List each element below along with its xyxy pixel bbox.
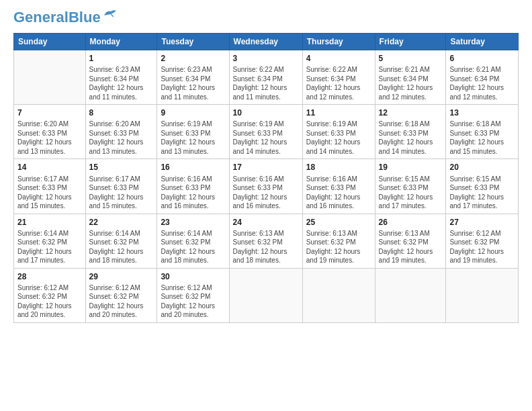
day-number: 24	[233, 217, 299, 228]
day-number: 8	[89, 107, 154, 118]
day-info: Sunrise: 6:12 AM Sunset: 6:32 PM Dayligh…	[449, 229, 515, 265]
calendar-header-friday: Friday	[375, 34, 446, 50]
calendar-cell: 25Sunrise: 6:13 AM Sunset: 6:32 PM Dayli…	[302, 214, 375, 268]
day-info: Sunrise: 6:16 AM Sunset: 6:33 PM Dayligh…	[233, 175, 299, 211]
calendar-cell: 14Sunrise: 6:17 AM Sunset: 6:33 PM Dayli…	[14, 159, 86, 214]
logo: GeneralBlue	[13, 10, 118, 25]
day-number: 7	[17, 107, 82, 118]
day-info: Sunrise: 6:15 AM Sunset: 6:33 PM Dayligh…	[379, 175, 443, 211]
day-info: Sunrise: 6:13 AM Sunset: 6:32 PM Dayligh…	[306, 229, 371, 265]
logo-general: General	[13, 9, 69, 26]
calendar-table: SundayMondayTuesdayWednesdayThursdayFrid…	[13, 33, 519, 323]
day-info: Sunrise: 6:23 AM Sunset: 6:34 PM Dayligh…	[89, 65, 154, 101]
logo-bird-icon	[103, 9, 118, 21]
calendar-cell: 11Sunrise: 6:19 AM Sunset: 6:33 PM Dayli…	[302, 105, 375, 159]
calendar-header-saturday: Saturday	[446, 34, 519, 50]
calendar-cell: 6Sunrise: 6:21 AM Sunset: 6:34 PM Daylig…	[446, 50, 519, 105]
day-number: 28	[17, 271, 82, 282]
calendar-cell: 23Sunrise: 6:14 AM Sunset: 6:32 PM Dayli…	[157, 214, 229, 268]
day-number: 12	[379, 107, 443, 118]
calendar-cell: 12Sunrise: 6:18 AM Sunset: 6:33 PM Dayli…	[375, 105, 446, 159]
day-number: 2	[161, 53, 225, 64]
calendar-cell: 4Sunrise: 6:22 AM Sunset: 6:34 PM Daylig…	[302, 50, 375, 105]
day-number: 5	[379, 53, 443, 64]
day-number: 10	[233, 107, 299, 118]
day-number: 20	[449, 162, 515, 173]
calendar-cell: 15Sunrise: 6:17 AM Sunset: 6:33 PM Dayli…	[85, 159, 157, 214]
day-info: Sunrise: 6:14 AM Sunset: 6:32 PM Dayligh…	[17, 229, 82, 265]
day-info: Sunrise: 6:21 AM Sunset: 6:34 PM Dayligh…	[379, 65, 443, 101]
calendar-cell: 21Sunrise: 6:14 AM Sunset: 6:32 PM Dayli…	[14, 214, 86, 268]
day-number: 29	[89, 271, 154, 282]
day-number: 6	[449, 53, 515, 64]
calendar-cell: 7Sunrise: 6:20 AM Sunset: 6:33 PM Daylig…	[14, 105, 86, 159]
calendar-week-row: 28Sunrise: 6:12 AM Sunset: 6:32 PM Dayli…	[14, 268, 519, 322]
day-number: 13	[449, 107, 515, 118]
calendar-cell: 1Sunrise: 6:23 AM Sunset: 6:34 PM Daylig…	[85, 50, 157, 105]
calendar-cell	[446, 268, 519, 322]
calendar-cell	[302, 268, 375, 322]
day-info: Sunrise: 6:17 AM Sunset: 6:33 PM Dayligh…	[17, 175, 82, 211]
calendar-cell: 30Sunrise: 6:12 AM Sunset: 6:32 PM Dayli…	[157, 268, 229, 322]
day-info: Sunrise: 6:20 AM Sunset: 6:33 PM Dayligh…	[89, 120, 154, 156]
day-number: 27	[449, 217, 515, 228]
calendar-cell: 26Sunrise: 6:13 AM Sunset: 6:32 PM Dayli…	[375, 214, 446, 268]
day-info: Sunrise: 6:12 AM Sunset: 6:32 PM Dayligh…	[89, 283, 154, 320]
logo-blue: Blue	[69, 9, 101, 26]
day-info: Sunrise: 6:22 AM Sunset: 6:34 PM Dayligh…	[306, 65, 371, 101]
day-info: Sunrise: 6:19 AM Sunset: 6:33 PM Dayligh…	[161, 120, 225, 156]
calendar-header-row: SundayMondayTuesdayWednesdayThursdayFrid…	[14, 34, 519, 50]
calendar-cell: 20Sunrise: 6:15 AM Sunset: 6:33 PM Dayli…	[446, 159, 519, 214]
calendar-week-row: 7Sunrise: 6:20 AM Sunset: 6:33 PM Daylig…	[14, 105, 519, 159]
calendar-cell: 19Sunrise: 6:15 AM Sunset: 6:33 PM Dayli…	[375, 159, 446, 214]
day-number: 11	[306, 107, 371, 118]
header: GeneralBlue	[13, 10, 519, 25]
day-info: Sunrise: 6:15 AM Sunset: 6:33 PM Dayligh…	[449, 175, 515, 211]
day-number: 21	[17, 217, 82, 228]
calendar-cell: 9Sunrise: 6:19 AM Sunset: 6:33 PM Daylig…	[157, 105, 229, 159]
day-info: Sunrise: 6:20 AM Sunset: 6:33 PM Dayligh…	[17, 120, 82, 156]
page: GeneralBlue SundayMondayTuesdayWednesday…	[0, 0, 532, 411]
day-number: 23	[161, 217, 225, 228]
calendar-header-thursday: Thursday	[302, 34, 375, 50]
day-info: Sunrise: 6:14 AM Sunset: 6:32 PM Dayligh…	[161, 229, 225, 265]
calendar-header-monday: Monday	[85, 34, 157, 50]
day-info: Sunrise: 6:13 AM Sunset: 6:32 PM Dayligh…	[233, 229, 299, 265]
day-info: Sunrise: 6:18 AM Sunset: 6:33 PM Dayligh…	[449, 120, 515, 156]
day-info: Sunrise: 6:19 AM Sunset: 6:33 PM Dayligh…	[233, 120, 299, 156]
day-info: Sunrise: 6:12 AM Sunset: 6:32 PM Dayligh…	[161, 283, 225, 320]
calendar-cell: 5Sunrise: 6:21 AM Sunset: 6:34 PM Daylig…	[375, 50, 446, 105]
calendar-header-wednesday: Wednesday	[229, 34, 302, 50]
day-number: 30	[161, 271, 225, 282]
day-number: 14	[17, 162, 82, 173]
calendar-cell: 18Sunrise: 6:16 AM Sunset: 6:33 PM Dayli…	[302, 159, 375, 214]
calendar-cell: 16Sunrise: 6:16 AM Sunset: 6:33 PM Dayli…	[157, 159, 229, 214]
day-info: Sunrise: 6:23 AM Sunset: 6:34 PM Dayligh…	[161, 65, 225, 101]
calendar-week-row: 21Sunrise: 6:14 AM Sunset: 6:32 PM Dayli…	[14, 214, 519, 268]
calendar-cell: 17Sunrise: 6:16 AM Sunset: 6:33 PM Dayli…	[229, 159, 302, 214]
calendar-cell: 3Sunrise: 6:22 AM Sunset: 6:34 PM Daylig…	[229, 50, 302, 105]
calendar-week-row: 14Sunrise: 6:17 AM Sunset: 6:33 PM Dayli…	[14, 159, 519, 214]
calendar-cell: 13Sunrise: 6:18 AM Sunset: 6:33 PM Dayli…	[446, 105, 519, 159]
calendar-header-tuesday: Tuesday	[157, 34, 229, 50]
day-number: 4	[306, 53, 371, 64]
calendar-header-sunday: Sunday	[14, 34, 86, 50]
day-number: 26	[379, 217, 443, 228]
calendar-cell	[14, 50, 86, 105]
day-number: 1	[89, 53, 154, 64]
day-info: Sunrise: 6:13 AM Sunset: 6:32 PM Dayligh…	[379, 229, 443, 265]
day-info: Sunrise: 6:12 AM Sunset: 6:32 PM Dayligh…	[17, 283, 82, 320]
day-number: 9	[161, 107, 225, 118]
logo-text: GeneralBlue	[13, 10, 101, 25]
day-info: Sunrise: 6:19 AM Sunset: 6:33 PM Dayligh…	[306, 120, 371, 156]
day-number: 22	[89, 217, 154, 228]
calendar-cell: 29Sunrise: 6:12 AM Sunset: 6:32 PM Dayli…	[85, 268, 157, 322]
day-info: Sunrise: 6:21 AM Sunset: 6:34 PM Dayligh…	[449, 65, 515, 101]
day-info: Sunrise: 6:18 AM Sunset: 6:33 PM Dayligh…	[379, 120, 443, 156]
calendar-cell: 2Sunrise: 6:23 AM Sunset: 6:34 PM Daylig…	[157, 50, 229, 105]
calendar-cell: 10Sunrise: 6:19 AM Sunset: 6:33 PM Dayli…	[229, 105, 302, 159]
day-number: 15	[89, 162, 154, 173]
calendar-cell: 8Sunrise: 6:20 AM Sunset: 6:33 PM Daylig…	[85, 105, 157, 159]
calendar-cell: 24Sunrise: 6:13 AM Sunset: 6:32 PM Dayli…	[229, 214, 302, 268]
calendar-cell: 27Sunrise: 6:12 AM Sunset: 6:32 PM Dayli…	[446, 214, 519, 268]
